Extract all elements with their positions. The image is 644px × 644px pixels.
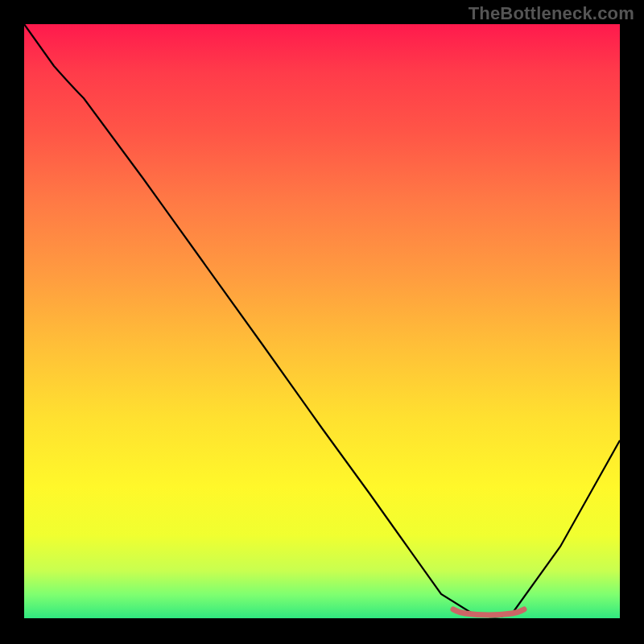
plot-area — [24, 24, 620, 618]
chart-lines — [24, 24, 620, 618]
chart-container: TheBottleneck.com — [0, 0, 644, 644]
watermark-text: TheBottleneck.com — [469, 3, 634, 24]
bottleneck-curve-line — [24, 24, 620, 617]
